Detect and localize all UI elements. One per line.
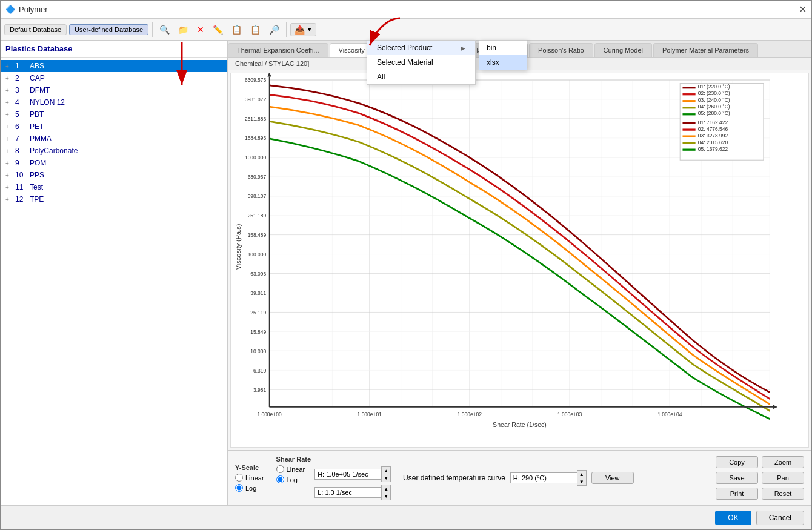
dropdown-arrow: ▼	[307, 27, 312, 33]
h-shear-rate-field[interactable]	[314, 469, 381, 480]
svg-text:Viscosity (Pa.s): Viscosity (Pa.s)	[235, 224, 242, 270]
svg-rect-76	[682, 128, 695, 130]
temp-spinners: ▲ ▼	[577, 470, 587, 486]
temp-group: User defined temperature curve ▲ ▼ View	[403, 470, 704, 486]
search-icon-button[interactable]: 🔍	[156, 23, 173, 36]
copy-button[interactable]: Copy	[716, 456, 758, 468]
ok-button[interactable]: OK	[715, 511, 751, 525]
svg-text:2511.886: 2511.886	[245, 116, 266, 122]
sr-linear-radio[interactable]: Linear	[276, 465, 305, 473]
paste-icon-button[interactable]: 📋	[247, 23, 264, 36]
sidebar-item-dfmt[interactable]: + 3 DFMT	[1, 84, 227, 96]
l-shear-rate-up[interactable]: ▲	[382, 485, 390, 492]
delete-icon-button[interactable]: ✕	[194, 23, 207, 36]
svg-rect-74	[682, 122, 695, 124]
sidebar-item-test[interactable]: + 11 Test	[1, 181, 227, 193]
user-defined-database-button[interactable]: User-defined Database	[69, 24, 148, 35]
sidebar-item-pps[interactable]: + 10 PPS	[1, 169, 227, 181]
h-shear-rate-spinners: ▲ ▼	[381, 466, 391, 482]
svg-text:630.957: 630.957	[248, 174, 267, 180]
chart-container: 6309.573 3981.072 2511.886 1584.893 1000…	[230, 73, 809, 448]
svg-text:05: 1679.622: 05: 1679.622	[698, 146, 728, 152]
tab-poisson[interactable]: Poisson's Ratio	[529, 43, 593, 57]
l-shear-rate-down[interactable]: ▼	[382, 492, 390, 500]
dropdown-menu: Selected Product ▶ Selected Material All	[367, 40, 476, 85]
svg-text:3981.072: 3981.072	[245, 96, 266, 102]
sidebar-item-nylon-12[interactable]: + 4 NYLON 12	[1, 96, 227, 108]
expand-icon: +	[5, 184, 13, 191]
temp-down[interactable]: ▼	[577, 478, 586, 485]
cancel-button[interactable]: Cancel	[756, 511, 804, 525]
view-button[interactable]: View	[591, 472, 634, 484]
sidebar-item-cap[interactable]: + 2 CAP	[1, 72, 227, 84]
expand-icon: +	[5, 172, 13, 179]
svg-text:100.000: 100.000	[248, 251, 267, 257]
l-shear-rate-field[interactable]	[314, 487, 381, 498]
save-button[interactable]: Save	[716, 472, 758, 484]
window-title: Polymer	[19, 5, 48, 14]
expand-icon: +	[5, 136, 13, 142]
svg-text:251.189: 251.189	[248, 213, 267, 219]
sidebar-list: + 1 ABS + 2 CAP + 3 DFMT + 4 NYLON 12 + …	[1, 58, 227, 505]
zoom-button[interactable]: Zoom	[762, 456, 804, 468]
print-button[interactable]: Print	[716, 488, 758, 500]
svg-rect-64	[682, 87, 695, 88]
svg-text:63.096: 63.096	[250, 271, 266, 277]
sr-log-radio[interactable]: Log	[276, 475, 305, 483]
pan-button[interactable]: Pan	[762, 472, 804, 484]
reset-button[interactable]: Reset	[762, 488, 804, 500]
sidebar-item-pbt[interactable]: + 5 PBT	[1, 108, 227, 121]
tab-thermal[interactable]: Thermal Expansion Coeffi...	[228, 43, 328, 57]
dropdown-item-all[interactable]: All	[367, 70, 475, 84]
toolbar-separator	[152, 22, 153, 37]
close-button[interactable]: ✕	[799, 4, 807, 15]
y-scale-label: Y-Scale	[235, 464, 264, 471]
svg-text:10.000: 10.000	[250, 348, 266, 354]
zoom-icon-button[interactable]: 🔎	[266, 23, 282, 36]
tab-polymer-params[interactable]: Polymer-Material Parameters	[653, 43, 758, 57]
sidebar-item-pom[interactable]: + 9 POM	[1, 157, 227, 169]
tab-curing[interactable]: Curing Model	[594, 43, 652, 57]
submenu-item-bin[interactable]: bin	[479, 41, 527, 55]
shear-rate-label: Shear Rate	[276, 455, 391, 463]
svg-rect-80	[682, 142, 695, 144]
dropdown-arrow-icon: ▶	[461, 45, 465, 51]
edit-icon-button[interactable]: ✏️	[210, 23, 226, 36]
svg-marker-38	[267, 73, 271, 77]
sidebar-item-pmma[interactable]: + 7 PMMA	[1, 133, 227, 145]
svg-text:05: (280.0 °C): 05: (280.0 °C)	[698, 110, 730, 116]
folder-icon-button[interactable]: 📁	[175, 23, 191, 36]
h-shear-rate-down[interactable]: ▼	[382, 474, 390, 482]
temp-input-field[interactable]	[510, 472, 577, 483]
svg-rect-66	[682, 93, 695, 95]
y-log-radio[interactable]: Log	[235, 484, 264, 492]
temp-up[interactable]: ▲	[577, 471, 586, 478]
main-window: 🔷 Polymer ✕ Default Database User-define…	[0, 0, 812, 530]
sidebar-item-abs[interactable]: + 1 ABS	[1, 60, 227, 72]
h-shear-rate-up[interactable]: ▲	[382, 467, 390, 474]
dropdown-item-selected-product[interactable]: Selected Product ▶	[367, 41, 475, 55]
shear-rate-group: Shear Rate Linear Log	[276, 455, 391, 500]
l-shear-rate-input: ▲ ▼	[314, 485, 391, 500]
svg-text:6309.573: 6309.573	[245, 77, 266, 83]
temp-input-group: ▲ ▼	[510, 470, 587, 486]
svg-rect-68	[682, 100, 695, 102]
sidebar-item-pet[interactable]: + 6 PET	[1, 121, 227, 133]
sidebar-item-tpe[interactable]: + 12 TPE	[1, 193, 227, 205]
export-dropdown-button[interactable]: 📤 ▼	[290, 23, 316, 36]
dropdown-item-selected-material[interactable]: Selected Material	[367, 55, 475, 70]
svg-text:1.000e+00: 1.000e+00	[257, 411, 281, 417]
submenu-item-xlsx[interactable]: xlsx	[479, 55, 527, 70]
svg-text:Shear Rate (1/sec): Shear Rate (1/sec)	[493, 421, 547, 428]
export-icon: 📤	[295, 25, 305, 35]
y-linear-radio[interactable]: Linear	[235, 474, 264, 482]
expand-icon: +	[5, 75, 13, 82]
action-buttons: Copy Zoom Save Pan Print Reset	[716, 456, 804, 500]
sidebar-item-polycarbonate[interactable]: + 8 PolyCarbonate	[1, 145, 227, 157]
copy-icon-button[interactable]: 📋	[228, 23, 245, 36]
default-database-button[interactable]: Default Database	[4, 24, 67, 35]
svg-text:01: (220.0 °C): 01: (220.0 °C)	[698, 84, 730, 90]
toolbar: Default Database User-defined Database 🔍…	[1, 19, 811, 41]
expand-icon: +	[5, 87, 13, 94]
svg-text:25.119: 25.119	[250, 310, 266, 316]
